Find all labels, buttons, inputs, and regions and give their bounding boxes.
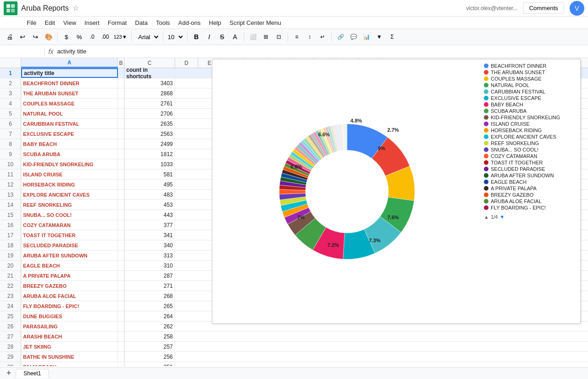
undo-button[interactable]: ↩ — [17, 31, 29, 43]
col-header-d[interactable]: D — [175, 58, 198, 68]
col-header-b[interactable]: B — [118, 58, 124, 68]
row-num: 18 — [0, 240, 21, 250]
borders-button[interactable]: ⊞ — [260, 31, 272, 43]
print-button[interactable]: 🖨 — [4, 31, 16, 43]
filter-button[interactable]: ▼ — [373, 31, 385, 43]
menu-edit[interactable]: Edit — [41, 18, 59, 27]
row-num: 5 — [0, 109, 21, 118]
add-sheet-button[interactable]: + — [4, 368, 14, 379]
menu-script[interactable]: Script Center Menu — [226, 18, 285, 27]
halign-button[interactable]: ≡ — [291, 31, 303, 43]
italic-button[interactable]: I — [203, 31, 215, 43]
fx-label: fx — [48, 48, 53, 55]
cell-title[interactable]: COZY CATAMARAN — [21, 220, 118, 230]
menu-format[interactable]: Format — [104, 18, 130, 27]
legend-pagination: ▲ 1/4 ▼ — [484, 214, 577, 220]
user-avatar[interactable]: V — [570, 1, 584, 16]
cell-b — [118, 301, 124, 311]
cell-title[interactable]: ARUBA ALOE FACIAL — [21, 291, 118, 301]
cell-1-a[interactable]: activity title — [21, 68, 118, 78]
cell-count: 264 — [124, 311, 175, 321]
cell-title[interactable]: REEF SNORKELING — [21, 200, 118, 210]
merge-button[interactable]: ⊡ — [273, 31, 285, 43]
comment-button[interactable]: 💬 — [347, 31, 359, 43]
function-button[interactable]: Σ — [386, 31, 398, 43]
comments-button[interactable]: Comments — [523, 2, 564, 14]
menu-view[interactable]: View — [59, 18, 80, 27]
toolbar-sep6 — [288, 32, 288, 41]
cell-title[interactable]: BATHE IN SUNSHINE — [21, 352, 118, 362]
app-icon — [4, 1, 18, 15]
row-num: 24 — [0, 301, 21, 311]
menu-data[interactable]: Data — [131, 18, 151, 27]
cell-title[interactable]: EAGLE BEACH — [21, 261, 118, 270]
link-button[interactable]: 🔗 — [335, 31, 347, 43]
cell-title[interactable]: SCUBA ARUBA — [21, 149, 118, 159]
menu-addons[interactable]: Add-ons — [175, 18, 204, 27]
menu-tools[interactable]: Tools — [152, 18, 173, 27]
cell-title[interactable]: THE ARUBAN SUNSET — [21, 88, 118, 98]
cell-title[interactable]: A PRIVATE PALAPA — [21, 271, 118, 280]
cell-title[interactable]: TOAST IT TOGETHER — [21, 230, 118, 240]
font-select[interactable]: Arial — [135, 32, 160, 42]
pagination-down-icon[interactable]: ▼ — [500, 214, 505, 220]
cell-title[interactable]: DUNE BUGGIES — [21, 311, 118, 321]
cell-title[interactable]: NATURAL POOL — [21, 109, 118, 118]
strikethrough-button[interactable]: S — [216, 31, 228, 43]
cell-title[interactable]: BREEZY GAZEBO — [21, 281, 118, 291]
cell-title[interactable]: PALM BEACH — [21, 362, 118, 366]
pagination-up-icon[interactable]: ▲ — [484, 214, 489, 220]
cell-b — [118, 129, 124, 139]
cell-title[interactable]: COUPLES MASSAGE — [21, 99, 118, 108]
percent-button[interactable]: % — [73, 31, 85, 43]
wrap-button[interactable]: ↵ — [317, 31, 329, 43]
decimal-more-button[interactable]: .00 — [99, 31, 111, 43]
cell-count: 340 — [124, 240, 175, 250]
row-num: 16 — [0, 220, 21, 230]
paint-format-button[interactable]: 🎨 — [42, 31, 54, 43]
legend-item: BABY BEACH — [484, 102, 577, 107]
cell-title[interactable]: ARASHI BEACH — [21, 332, 118, 341]
legend-item: ARUBA AFTER SUNDOWN — [484, 173, 577, 178]
text-color-button[interactable]: A — [229, 31, 241, 43]
menu-insert[interactable]: Insert — [81, 18, 103, 27]
cell-title[interactable]: PARASAILING — [21, 321, 118, 331]
valign-button[interactable]: ↕ — [304, 31, 316, 43]
cell-title[interactable]: SNUBA... SO COOL! — [21, 210, 118, 220]
cell-count: 483 — [124, 190, 175, 199]
cell-title[interactable]: FLY BOARDING - EPIC! — [21, 301, 118, 311]
legend-dot — [484, 192, 488, 197]
menu-file[interactable]: File — [23, 18, 40, 27]
star-icon[interactable]: ☆ — [72, 4, 79, 12]
cell-title[interactable]: ARUBA AFTER SUNDOWN — [21, 251, 118, 260]
currency-button[interactable]: $ — [60, 31, 72, 43]
cell-title[interactable]: HORSEBACK RIDING — [21, 180, 118, 189]
cell-b — [118, 139, 124, 149]
redo-button[interactable]: ↪ — [29, 31, 41, 43]
fill-color-button[interactable]: ⬜ — [247, 31, 259, 43]
cell-count: 257 — [124, 342, 175, 351]
cell-count: 287 — [124, 271, 175, 280]
cell-title[interactable]: BEACHFRONT DINNER — [21, 78, 118, 88]
menu-help[interactable]: Help — [205, 18, 225, 27]
cell-title[interactable]: CARUBBIAN FESTIVAL — [21, 119, 118, 128]
cell-title[interactable]: SECLUDED PARADISE — [21, 240, 118, 250]
format-123-button[interactable]: 123▼ — [112, 31, 129, 43]
cell-count: 453 — [124, 200, 175, 210]
col-header-a[interactable]: A — [21, 58, 118, 68]
bold-button[interactable]: B — [190, 31, 202, 43]
cell-title[interactable]: JET SKIING — [21, 342, 118, 351]
sheet-tab[interactable]: Sheet1 — [16, 369, 49, 378]
cell-title[interactable]: EXCLUSIVE ESCAPE — [21, 129, 118, 139]
cell-title[interactable]: KID-FRIENDLY SNORKELING — [21, 159, 118, 169]
cell-title[interactable]: EXPLORE ANCIENT CAVES — [21, 190, 118, 199]
font-size-select[interactable]: 10 — [166, 33, 184, 41]
chart-container[interactable]: 9% 7.6% 7.3% 7.2% 7% 6.8% 6.6% 4.8% 2.7%… — [212, 59, 581, 324]
legend-dot — [484, 186, 488, 191]
cell-title[interactable]: BABY BEACH — [21, 139, 118, 149]
decimal-less-button[interactable]: .0 — [86, 31, 98, 43]
chart-button[interactable]: 📊 — [360, 31, 372, 43]
cell-count: 256 — [124, 352, 175, 362]
cell-reference[interactable]: activity title — [4, 48, 41, 55]
cell-title[interactable]: ISLAND CRUISE — [21, 169, 118, 179]
